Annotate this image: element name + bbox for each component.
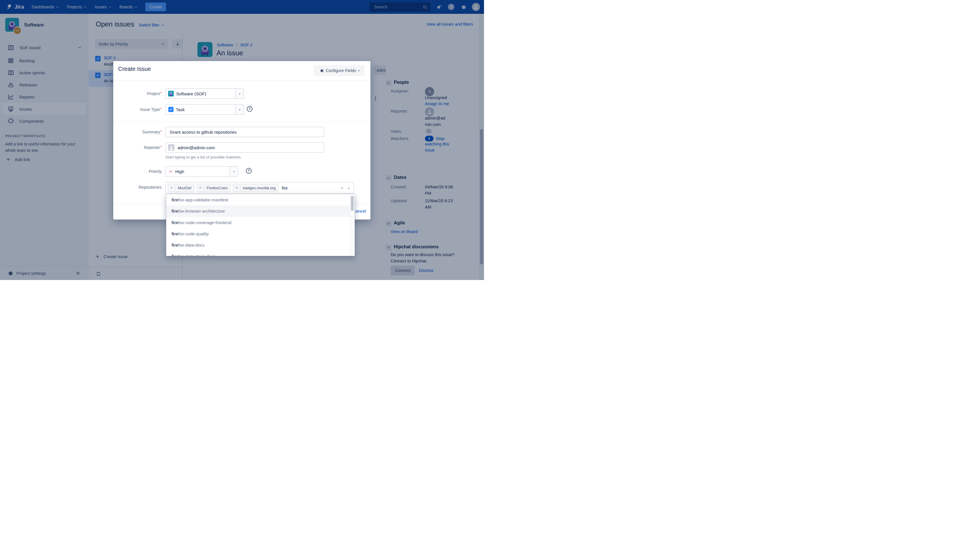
repo-dropdown-list: firefox-app-validator-manifestfirefox-br…	[166, 194, 355, 256]
priority-select[interactable]: High ▾	[166, 166, 238, 177]
project-select-value: Software (SOF)	[176, 91, 206, 96]
remove-chip-icon[interactable]: ×	[233, 186, 240, 190]
repo-dropdown: firefox-app-validator-manifestfirefox-br…	[166, 194, 355, 256]
reporter-avatar-small	[168, 144, 174, 151]
issue-type-select[interactable]: Task ▾	[166, 104, 244, 115]
repo-chip-label: badges.mozilla.org	[240, 186, 278, 190]
remove-chip-icon[interactable]: ×	[197, 186, 204, 190]
summary-input-wrap	[166, 127, 324, 137]
repo-option[interactable]: firefox-browser-architecture	[166, 205, 355, 216]
issue-type-select-value: Task	[176, 107, 185, 112]
reporter-input-wrap	[166, 142, 324, 153]
repo-option[interactable]: firefox-code-coverage-frontend	[166, 217, 355, 228]
dropdown-scrollbar-thumb[interactable]	[351, 196, 354, 211]
configure-fields-button[interactable]: Configure Fields ▾	[314, 65, 365, 76]
select-caret-icon[interactable]: ▾	[230, 167, 238, 176]
repo-chip: × badges.mozilla.org	[233, 184, 278, 192]
task-type-icon	[168, 107, 174, 112]
modal-title: Create Issue	[118, 66, 151, 72]
repo-option[interactable]: firefox-data-docs	[166, 240, 355, 251]
summary-input[interactable]	[169, 129, 324, 135]
select-caret-icon[interactable]: ▾	[235, 89, 244, 99]
repo-option[interactable]: firefox-app-validator-manifest	[166, 194, 355, 205]
dropdown-scrollbar[interactable]	[350, 194, 355, 256]
caret-down-icon: ▾	[358, 69, 360, 72]
reporter-input[interactable]	[177, 145, 324, 150]
priority-field-label: Priority	[118, 169, 162, 174]
priority-select-value: High	[175, 169, 184, 174]
priority-help-icon[interactable]: ?	[246, 168, 252, 174]
caret-up-icon[interactable]: ▲	[347, 187, 350, 190]
project-select[interactable]: Software (SOF) ▾	[166, 88, 244, 99]
project-avatar-small	[168, 91, 174, 96]
clear-field-icon[interactable]: ×	[341, 185, 343, 190]
select-caret-icon[interactable]: ▾	[235, 104, 244, 114]
remove-chip-icon[interactable]: ×	[168, 186, 175, 190]
configure-fields-label: Configure Fields	[326, 68, 356, 73]
summary-field-label: Summary*	[118, 130, 162, 134]
repo-option[interactable]: firefox-code-quality	[166, 228, 355, 240]
modal-header-divider	[113, 81, 370, 81]
repo-option[interactable]: firefox-data-store-docs	[166, 251, 355, 256]
repo-chip-label: FirefoxColor	[204, 186, 230, 190]
repositories-query-text[interactable]: fire	[282, 185, 288, 190]
issue-type-help-icon[interactable]: ?	[247, 106, 252, 112]
gear-icon	[319, 68, 324, 73]
repositories-multiselect[interactable]: × MozDef × FirefoxColor × badges.mozilla…	[166, 182, 354, 193]
project-field-label: Project*	[118, 91, 162, 96]
repositories-field-label: Repositories	[118, 185, 162, 190]
priority-high-icon	[168, 169, 173, 174]
repo-chip: × MozDef	[168, 184, 194, 192]
reporter-hint: Start typing to get a list of possible m…	[166, 155, 242, 159]
repo-chip: × FirefoxColor	[197, 184, 231, 192]
reporter-field-label: Reporter*	[118, 145, 162, 150]
issue-type-field-label: Issue Type*	[118, 107, 162, 112]
jira-app: Jira Dashboards Projects Issues Boards C…	[0, 0, 484, 280]
repo-chip-label: MozDef	[175, 186, 194, 190]
